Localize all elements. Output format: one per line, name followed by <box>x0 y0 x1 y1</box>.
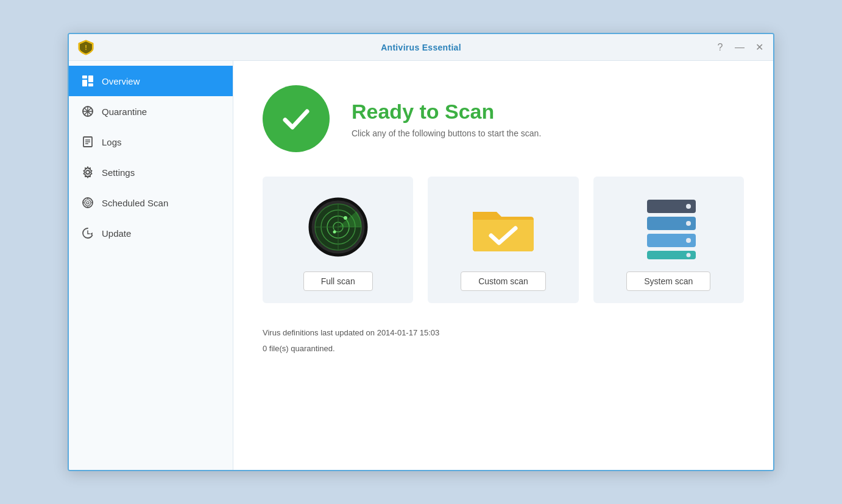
svg-point-14 <box>86 170 90 174</box>
custom-scan-button[interactable]: Custom scan <box>461 271 546 291</box>
sidebar-label-overview: Overview <box>102 76 140 86</box>
svg-point-30 <box>333 231 336 234</box>
virus-def-text: Virus definitions last updated on 2014-0… <box>263 325 744 341</box>
sidebar-item-settings[interactable]: Settings <box>69 157 233 187</box>
system-scan-icon <box>635 194 702 261</box>
close-button[interactable]: ✕ <box>754 43 765 52</box>
titlebar: ! Antivirus Essential ? — ✕ <box>69 34 773 61</box>
svg-point-33 <box>686 204 691 209</box>
window-body: Overview Quarantine <box>69 61 773 470</box>
svg-rect-2 <box>82 80 87 86</box>
minimize-button[interactable]: — <box>734 43 745 52</box>
svg-point-29 <box>344 216 347 220</box>
sidebar-item-logs[interactable]: Logs <box>69 127 233 157</box>
custom-scan-card[interactable]: Custom scan <box>428 177 578 303</box>
app-logo: ! <box>77 39 94 56</box>
sidebar-item-overview[interactable]: Overview <box>69 66 233 96</box>
svg-point-37 <box>686 238 691 243</box>
status-section: Ready to Scan Click any of the following… <box>263 85 744 152</box>
system-scan-button[interactable]: System scan <box>626 271 710 291</box>
shield-logo-icon: ! <box>77 39 94 56</box>
main-content: Ready to Scan Click any of the following… <box>233 61 773 470</box>
status-text-block: Ready to Scan Click any of the following… <box>352 100 541 138</box>
sidebar-label-quarantine: Quarantine <box>102 107 147 117</box>
status-circle <box>263 85 330 152</box>
sidebar: Overview Quarantine <box>69 61 233 470</box>
sidebar-label-settings: Settings <box>102 167 135 178</box>
system-scan-card[interactable]: System scan <box>593 177 744 303</box>
full-scan-card[interactable]: Full scan <box>263 177 413 303</box>
svg-point-17 <box>87 201 89 204</box>
sidebar-item-quarantine[interactable]: Quarantine <box>69 96 233 127</box>
quarantine-icon <box>81 105 94 118</box>
svg-point-35 <box>686 221 691 226</box>
window-title: Antivirus Essential <box>381 43 461 52</box>
settings-icon <box>81 166 94 179</box>
footer-info: Virus definitions last updated on 2014-0… <box>263 325 744 357</box>
sidebar-item-update[interactable]: Update <box>69 218 233 248</box>
help-button[interactable]: ? <box>715 43 726 52</box>
svg-point-16 <box>85 200 91 206</box>
svg-text:!: ! <box>85 44 87 51</box>
status-subtitle: Click any of the following buttons to st… <box>352 128 541 138</box>
svg-rect-1 <box>82 75 87 79</box>
svg-rect-3 <box>88 75 93 82</box>
quarantine-count-text: 0 file(s) quarantined. <box>263 341 744 357</box>
sidebar-label-logs: Logs <box>102 137 122 147</box>
app-window: ! Antivirus Essential ? — ✕ <box>68 33 774 471</box>
scheduled-scan-icon <box>81 196 94 209</box>
full-scan-button[interactable]: Full scan <box>303 271 373 291</box>
custom-scan-icon <box>470 194 537 261</box>
logs-icon <box>81 135 94 149</box>
sidebar-label-update: Update <box>102 228 131 239</box>
checkmark-icon <box>278 100 314 137</box>
status-title: Ready to Scan <box>352 100 541 124</box>
svg-point-15 <box>83 198 93 208</box>
sidebar-label-scheduled-scan: Scheduled Scan <box>102 198 168 208</box>
svg-rect-4 <box>88 83 93 86</box>
sidebar-item-scheduled-scan[interactable]: Scheduled Scan <box>69 187 233 218</box>
svg-point-39 <box>687 253 691 257</box>
window-controls: ? — ✕ <box>715 43 765 52</box>
overview-icon <box>81 74 94 88</box>
full-scan-icon <box>308 194 369 261</box>
update-icon <box>81 226 94 240</box>
scan-cards: Full scan C <box>263 177 744 303</box>
